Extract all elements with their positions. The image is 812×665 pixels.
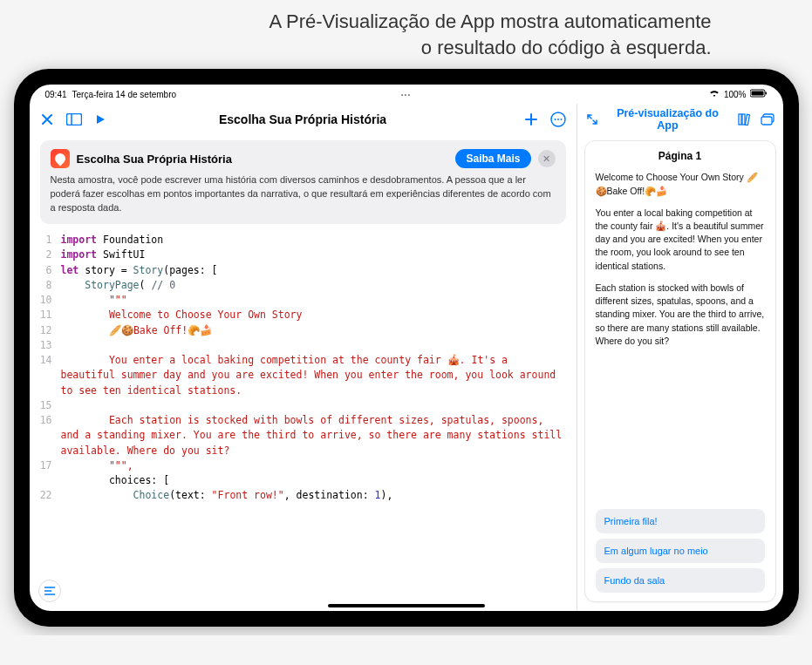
multitask-dots-icon[interactable]: ••• xyxy=(401,91,411,98)
add-icon[interactable] xyxy=(524,112,538,126)
svg-rect-12 xyxy=(739,114,741,125)
battery-percent: 100% xyxy=(724,90,747,99)
sample-title: Escolha Sua Própria História xyxy=(77,153,449,166)
preview-toolbar: Pré-visualização do App xyxy=(577,104,783,135)
svg-rect-2 xyxy=(765,92,767,95)
sample-app-icon xyxy=(51,149,70,168)
editor-toolbar: Escolha Sua Própria História xyxy=(30,104,577,135)
app-preview-card: Página 1 Welcome to Choose Your Own Stor… xyxy=(584,140,776,602)
document-title: Escolha Sua Própria História xyxy=(219,112,386,126)
preview-page-title: Página 1 xyxy=(596,150,765,162)
annotation-text: A Pré-Visualização de App mostra automat… xyxy=(14,9,799,60)
status-bar: 09:41 Terça-feira 14 de setembro ••• 100… xyxy=(30,85,783,104)
svg-rect-16 xyxy=(761,117,772,125)
more-icon[interactable] xyxy=(550,112,566,127)
learn-more-button[interactable]: Saiba Mais xyxy=(455,149,530,168)
expand-icon[interactable] xyxy=(586,113,598,126)
preview-paragraph: Each station is stocked with bowls of di… xyxy=(596,282,765,348)
windows-icon[interactable] xyxy=(761,113,774,126)
battery-icon xyxy=(750,89,768,99)
choice-button-2[interactable]: Em algum lugar no meio xyxy=(596,539,765,563)
home-indicator[interactable] xyxy=(328,604,485,607)
preview-paragraph: Welcome to Choose Your Own Story 🥖🍪Bake … xyxy=(596,171,765,197)
svg-rect-1 xyxy=(751,92,763,96)
sample-description: Nesta amostra, você pode escrever uma hi… xyxy=(51,173,556,215)
ipad-device-frame: 09:41 Terça-feira 14 de setembro ••• 100… xyxy=(14,69,799,627)
ipad-screen: 09:41 Terça-feira 14 de setembro ••• 100… xyxy=(30,85,783,611)
run-icon[interactable] xyxy=(94,113,106,126)
code-editor[interactable]: 1import Foundation 2import SwiftUI 6let … xyxy=(30,229,577,611)
svg-rect-13 xyxy=(742,114,745,125)
svg-point-6 xyxy=(554,119,556,120)
wifi-icon xyxy=(708,89,720,99)
svg-point-8 xyxy=(560,119,562,120)
preview-title: Pré-visualização do App xyxy=(607,107,729,132)
close-icon[interactable] xyxy=(40,112,54,126)
dismiss-card-button[interactable]: ✕ xyxy=(538,150,556,167)
preview-paragraph: You enter a local baking competition at … xyxy=(596,207,765,273)
format-button[interactable] xyxy=(38,580,61,602)
sidebar-icon[interactable] xyxy=(66,113,82,126)
choice-button-3[interactable]: Fundo da sala xyxy=(596,568,765,593)
sample-info-card: Escolha Sua Própria História Saiba Mais … xyxy=(40,140,566,224)
library-icon[interactable] xyxy=(738,113,752,126)
choice-button-1[interactable]: Primeira fila! xyxy=(596,509,765,533)
svg-rect-14 xyxy=(745,115,749,126)
editor-pane: Escolha Sua Própria História Escolha Sua xyxy=(30,104,577,611)
status-time: 09:41 xyxy=(45,90,67,99)
svg-point-7 xyxy=(557,119,559,120)
preview-pane: Pré-visualização do App Página 1 Welcome… xyxy=(577,104,783,611)
status-date: Terça-feira 14 de setembro xyxy=(72,90,177,99)
svg-rect-3 xyxy=(66,114,81,126)
